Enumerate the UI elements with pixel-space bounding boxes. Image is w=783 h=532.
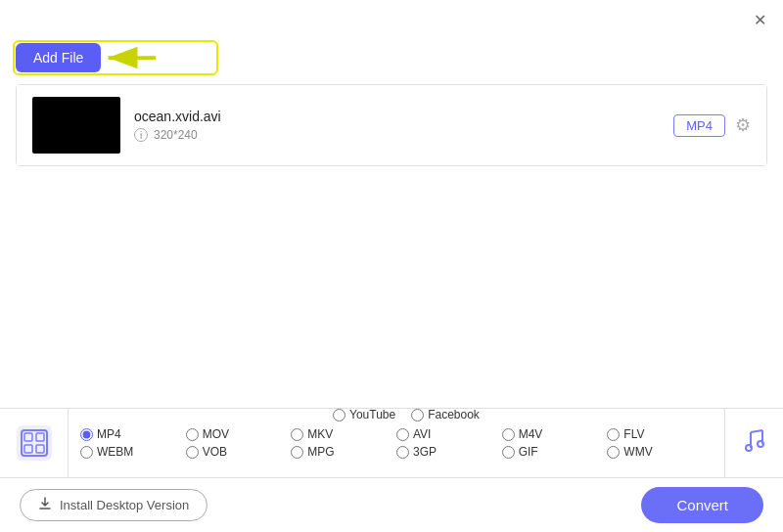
format-badge-button[interactable]: MP4: [673, 114, 725, 137]
format-label-mpg: MPG: [307, 445, 334, 459]
format-label-vob: VOB: [203, 445, 227, 459]
format-label-avi: AVI: [413, 427, 431, 441]
format-option-mpg[interactable]: MPG: [291, 445, 396, 459]
bottom-bar: Install Desktop Version Convert: [0, 478, 783, 532]
svg-rect-2: [22, 430, 47, 456]
title-bar: ✕: [0, 0, 783, 39]
install-desktop-button[interactable]: Install Desktop Version: [20, 489, 207, 521]
format-radio-mp4[interactable]: [80, 428, 93, 441]
add-file-wrapper: Add File: [16, 43, 160, 72]
format-option-mp4[interactable]: MP4: [80, 427, 186, 441]
svg-point-11: [758, 441, 763, 447]
format-radio-wmv[interactable]: [607, 446, 620, 459]
format-radio-youtube[interactable]: [333, 409, 345, 421]
file-info: ocean.xvid.avi i 320*240: [134, 109, 660, 142]
add-file-button[interactable]: Add File: [16, 43, 101, 72]
format-option-facebook[interactable]: Facebook: [411, 408, 480, 421]
format-icon-box: [0, 409, 69, 477]
content-area: [0, 166, 783, 391]
file-list: ocean.xvid.avi i 320*240 MP4 ⚙: [16, 84, 767, 166]
svg-line-8: [751, 430, 762, 432]
format-option-mov[interactable]: MOV: [186, 427, 292, 441]
format-radio-mov[interactable]: [186, 428, 199, 441]
format-label-mov: MOV: [203, 427, 229, 441]
format-label-webm: WEBM: [97, 445, 133, 459]
format-option-youtube[interactable]: YouTube: [333, 408, 395, 421]
format-radio-flv[interactable]: [607, 428, 620, 441]
format-radio-vob[interactable]: [186, 446, 199, 459]
format-radio-gif[interactable]: [502, 446, 515, 459]
format-radio-facebook[interactable]: [411, 409, 424, 421]
format-option-mkv[interactable]: MKV: [291, 427, 396, 441]
format-radio-3gp[interactable]: [396, 446, 409, 459]
format-radio-mpg[interactable]: [291, 446, 303, 459]
close-button[interactable]: ✕: [748, 8, 771, 31]
music-icon: [741, 426, 768, 460]
arrow-indicator: [101, 44, 160, 71]
settings-icon[interactable]: ⚙: [735, 114, 751, 136]
svg-rect-4: [36, 433, 44, 441]
install-label: Install Desktop Version: [60, 498, 189, 512]
format-option-webm[interactable]: WEBM: [80, 445, 186, 459]
format-option-gif[interactable]: GIF: [502, 445, 608, 459]
format-label-youtube: YouTube: [349, 408, 395, 421]
toolbar: Add File: [0, 39, 783, 84]
format-option-3gp[interactable]: 3GP: [396, 445, 502, 459]
svg-rect-3: [24, 433, 32, 441]
music-icon-box: [724, 409, 783, 477]
download-icon: [38, 497, 52, 513]
format-radio-webm[interactable]: [80, 446, 93, 459]
file-actions: MP4 ⚙: [673, 114, 751, 137]
svg-point-10: [746, 445, 752, 451]
format-radio-mkv[interactable]: [291, 428, 303, 441]
svg-rect-5: [24, 445, 32, 453]
convert-button[interactable]: Convert: [641, 487, 763, 523]
format-label-gif: GIF: [519, 445, 538, 459]
format-label-mkv: MKV: [307, 427, 333, 441]
file-meta: i 320*240: [134, 128, 660, 142]
format-section: MP4 MOV MKV AVI M4V FLV WEBM VOB: [0, 408, 783, 478]
format-label-3gp: 3GP: [413, 445, 437, 459]
format-radio-m4v[interactable]: [502, 428, 515, 441]
extra-format-row: YouTube Facebook: [333, 408, 480, 421]
format-label-wmv: WMV: [623, 445, 652, 459]
video-icon: [17, 425, 52, 461]
file-dimensions: 320*240: [154, 128, 198, 142]
format-label-mp4: MP4: [97, 427, 121, 441]
format-option-avi[interactable]: AVI: [396, 427, 502, 441]
format-option-wmv[interactable]: WMV: [607, 445, 713, 459]
format-radio-avi[interactable]: [396, 428, 409, 441]
format-label-facebook: Facebook: [428, 408, 480, 421]
format-label-m4v: M4V: [519, 427, 543, 441]
format-grid: MP4 MOV MKV AVI M4V FLV WEBM VOB: [69, 420, 724, 466]
format-label-flv: FLV: [623, 427, 644, 441]
svg-rect-6: [36, 445, 44, 453]
format-option-vob[interactable]: VOB: [186, 445, 292, 459]
file-thumbnail: [32, 97, 120, 154]
format-option-flv[interactable]: FLV: [607, 427, 713, 441]
format-option-m4v[interactable]: M4V: [502, 427, 608, 441]
info-icon: i: [134, 128, 148, 142]
file-name: ocean.xvid.avi: [134, 109, 660, 124]
file-item: ocean.xvid.avi i 320*240 MP4 ⚙: [17, 85, 766, 165]
